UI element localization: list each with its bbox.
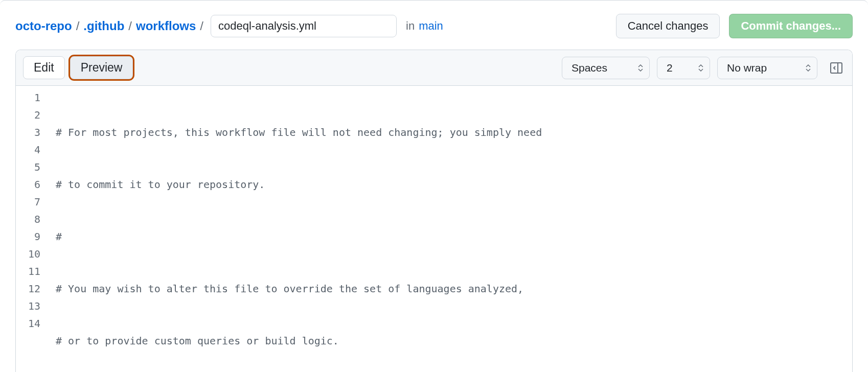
breadcrumb-sep: / <box>196 19 208 33</box>
indent-size-select[interactable]: 2 <box>657 57 710 79</box>
code-line: # or to provide custom queries or build … <box>56 335 339 347</box>
wrap-mode-value: No wrap <box>727 62 767 74</box>
code-line: # to commit it to your repository. <box>56 178 265 191</box>
line-number: 1 <box>16 89 40 106</box>
sidebar-toggle-icon[interactable] <box>828 59 845 77</box>
editor-toolbar: Edit Preview Spaces 2 <box>16 50 852 86</box>
line-number: 3 <box>16 124 40 141</box>
line-number: 9 <box>16 228 40 245</box>
cancel-button[interactable]: Cancel changes <box>616 14 720 38</box>
chevron-updown-icon <box>806 64 811 72</box>
line-number: 10 <box>16 245 40 263</box>
breadcrumb-sep: / <box>72 19 84 33</box>
filename-input[interactable] <box>211 15 397 37</box>
breadcrumb-dir-github[interactable]: .github <box>83 19 124 33</box>
code-line: # For most projects, this workflow file … <box>56 126 542 138</box>
line-number: 6 <box>16 176 40 193</box>
line-number: 12 <box>16 280 40 297</box>
line-gutter: 1 2 3 4 5 6 7 8 9 10 11 12 13 14 <box>16 86 48 372</box>
code-editor[interactable]: 1 2 3 4 5 6 7 8 9 10 11 12 13 14 # For m… <box>16 86 852 372</box>
wrap-mode-select[interactable]: No wrap <box>717 57 817 79</box>
commit-button[interactable]: Commit changes... <box>729 14 853 38</box>
editor-frame: Edit Preview Spaces 2 <box>15 50 853 372</box>
code-line: # <box>56 230 62 243</box>
branch-indicator: in main <box>406 19 443 33</box>
line-number: 13 <box>16 297 40 315</box>
line-number: 8 <box>16 211 40 228</box>
file-header: octo-repo / .github / workflows / in mai… <box>0 3 868 50</box>
line-number: 11 <box>16 263 40 280</box>
indent-mode-value: Spaces <box>572 62 607 74</box>
line-number: 5 <box>16 158 40 176</box>
indent-mode-select[interactable]: Spaces <box>562 57 650 79</box>
line-number: 14 <box>16 315 40 332</box>
breadcrumb-sep: / <box>124 19 136 33</box>
tab-preview[interactable]: Preview <box>70 56 133 79</box>
line-number: 2 <box>16 106 40 124</box>
breadcrumb: octo-repo / .github / workflows / <box>15 19 208 33</box>
line-number: 7 <box>16 193 40 211</box>
code-line: # You may wish to alter this file to ove… <box>56 283 523 295</box>
breadcrumb-repo[interactable]: octo-repo <box>15 19 72 33</box>
svg-rect-0 <box>831 63 842 73</box>
toolbar-right: Spaces 2 No wrap <box>562 57 845 79</box>
tab-edit[interactable]: Edit <box>23 56 65 79</box>
chevron-updown-icon <box>698 64 703 72</box>
branch-name[interactable]: main <box>419 19 443 33</box>
code-content[interactable]: # For most projects, this workflow file … <box>48 86 852 372</box>
breadcrumb-dir-workflows[interactable]: workflows <box>136 19 196 33</box>
in-label: in <box>406 19 415 33</box>
page-container: octo-repo / .github / workflows / in mai… <box>0 0 868 372</box>
indent-size-value: 2 <box>667 62 673 74</box>
line-number: 4 <box>16 141 40 158</box>
chevron-updown-icon <box>638 64 643 72</box>
